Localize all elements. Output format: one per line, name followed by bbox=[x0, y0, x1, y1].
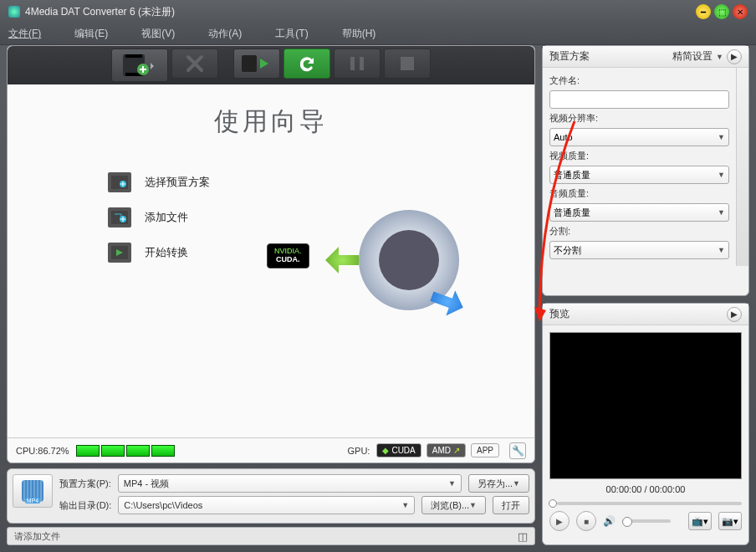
open-button[interactable]: 打开 bbox=[493, 496, 529, 514]
svg-rect-5 bbox=[350, 57, 355, 70]
convert-button[interactable] bbox=[233, 49, 280, 79]
split-label: 分割: bbox=[549, 225, 745, 238]
menu-edit[interactable]: 编辑(E) bbox=[74, 27, 108, 41]
close-button[interactable]: ✕ bbox=[733, 4, 748, 19]
pause-button[interactable] bbox=[334, 49, 381, 79]
dest-select[interactable]: C:\Users\pc\Videos▼ bbox=[118, 496, 415, 514]
wizard-title: 使用向导 bbox=[8, 105, 534, 139]
minimize-button[interactable]: ━ bbox=[696, 4, 711, 19]
stop-button[interactable] bbox=[384, 49, 431, 79]
menu-file[interactable]: 文件(F) bbox=[8, 27, 41, 41]
status-message: 请添加文件 bbox=[14, 530, 60, 543]
log-icon[interactable]: ◫ bbox=[518, 530, 528, 543]
profile-icon bbox=[108, 172, 131, 192]
maximize-button[interactable]: ⬚ bbox=[714, 4, 729, 19]
menu-view[interactable]: 视图(V) bbox=[141, 27, 175, 41]
wizard-step-profile[interactable]: 选择预置方案 bbox=[8, 172, 534, 192]
svg-rect-6 bbox=[360, 57, 364, 70]
svg-rect-7 bbox=[401, 57, 414, 70]
browse-button[interactable]: 浏览(B)...▼ bbox=[421, 496, 486, 514]
wizard-step-label: 选择预置方案 bbox=[145, 175, 210, 190]
wizard-step-label: 添加文件 bbox=[145, 210, 188, 225]
vquality-label: 视频质量: bbox=[549, 150, 745, 162]
menu-action[interactable]: 动作(A) bbox=[208, 27, 242, 41]
delete-button[interactable] bbox=[171, 49, 218, 79]
resolution-label: 视频分辨率: bbox=[549, 112, 745, 125]
split-select[interactable]: 不分割▼ bbox=[549, 241, 729, 259]
add-file-icon bbox=[108, 207, 131, 227]
volume-slider[interactable] bbox=[622, 519, 671, 523]
vquality-select[interactable]: 普通质量▼ bbox=[549, 166, 729, 184]
preview-screen bbox=[549, 332, 742, 479]
cpu-label: CPU:86.72% bbox=[16, 446, 69, 456]
resolution-select[interactable]: Auto▼ bbox=[549, 128, 729, 146]
menu-tool[interactable]: 工具(T) bbox=[275, 27, 308, 41]
save-as-button[interactable]: 另存为...▼ bbox=[468, 474, 529, 493]
chevron-down-icon: ▼ bbox=[716, 53, 723, 61]
expand-profile-button[interactable]: ▶ bbox=[727, 49, 742, 64]
cuda-badge: NVIDIA. CUDA. bbox=[267, 243, 309, 268]
gpu-cuda-badge[interactable]: ◆CUDA bbox=[376, 443, 421, 457]
profile-panel-title: 预置方案 bbox=[549, 49, 590, 64]
play-button[interactable]: ▶ bbox=[549, 511, 570, 531]
window-title: 4Media DAT Converter 6 (未注册) bbox=[25, 5, 175, 19]
preview-panel-title: 预览 bbox=[549, 307, 570, 321]
snapshot-to-button[interactable]: 📺▾ bbox=[688, 512, 712, 530]
profile-select[interactable]: MP4 - 视频▼ bbox=[118, 474, 462, 493]
aquality-label: 音频质量: bbox=[549, 187, 745, 200]
settings-gear[interactable]: 🔧 bbox=[509, 442, 526, 459]
gpu-amd-badge[interactable]: AMD↗ bbox=[427, 443, 466, 457]
profile-label: 预置方案(P): bbox=[59, 478, 111, 490]
app-icon bbox=[8, 6, 20, 18]
preview-time: 00:00:00 / 00:00:00 bbox=[549, 484, 742, 494]
app-logo bbox=[325, 210, 459, 327]
snapshot-button[interactable]: 📷▾ bbox=[718, 512, 742, 530]
settings-mode-label[interactable]: 精简设置 bbox=[672, 49, 713, 64]
convert-icon bbox=[108, 243, 131, 263]
dest-label: 输出目录(D): bbox=[59, 499, 111, 512]
svg-rect-4 bbox=[242, 55, 257, 72]
stop-preview-button[interactable]: ■ bbox=[576, 511, 596, 531]
gpu-label: GPU: bbox=[348, 446, 370, 456]
refresh-button[interactable] bbox=[284, 49, 330, 79]
expand-preview-button[interactable]: ▶ bbox=[727, 307, 742, 322]
filename-input[interactable] bbox=[549, 90, 729, 109]
svg-rect-1 bbox=[125, 54, 142, 58]
volume-icon[interactable]: 🔊 bbox=[603, 515, 616, 527]
gpu-app-badge[interactable]: APP bbox=[471, 443, 499, 457]
cpu-indicator bbox=[76, 445, 175, 457]
aquality-select[interactable]: 普通质量▼ bbox=[549, 203, 729, 222]
wizard-step-label: 开始转换 bbox=[145, 245, 188, 260]
filename-label: 文件名: bbox=[549, 74, 745, 87]
menu-help[interactable]: 帮助(H) bbox=[342, 27, 376, 41]
seek-slider[interactable] bbox=[549, 499, 742, 508]
add-file-button[interactable] bbox=[111, 49, 168, 82]
profile-thumbnail[interactable] bbox=[13, 474, 53, 508]
